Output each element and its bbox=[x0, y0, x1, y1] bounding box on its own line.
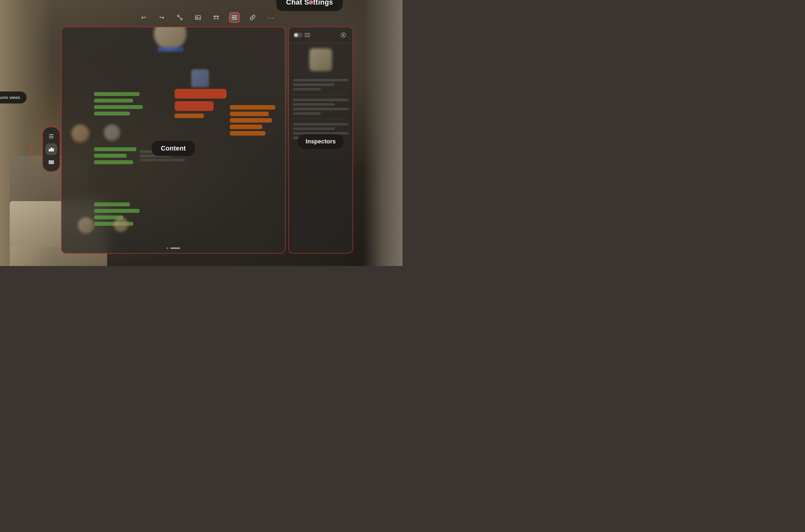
line-1 bbox=[305, 33, 310, 34]
svg-line-2 bbox=[179, 17, 181, 18]
app-container: ↩ ↪ bbox=[61, 10, 353, 254]
green-bar-9 bbox=[94, 209, 140, 213]
divider bbox=[293, 94, 349, 95]
svg-rect-16 bbox=[49, 136, 54, 137]
left-avatar-2 bbox=[104, 125, 120, 141]
page-indicator bbox=[166, 247, 180, 249]
svg-point-14 bbox=[233, 18, 234, 20]
page-dot-1 bbox=[166, 247, 168, 249]
svg-rect-22 bbox=[51, 160, 52, 164]
svg-point-12 bbox=[233, 15, 234, 17]
orange-block-1 bbox=[175, 89, 226, 99]
toolbar: ↩ ↪ bbox=[61, 10, 353, 25]
green-bars-group bbox=[94, 92, 143, 115]
inspector-bar-7 bbox=[293, 112, 321, 115]
svg-rect-18 bbox=[49, 149, 50, 151]
bottom-avatar-2 bbox=[114, 217, 128, 232]
redo-button[interactable]: ↪ bbox=[157, 12, 167, 23]
line-2 bbox=[305, 35, 310, 35]
svg-point-13 bbox=[235, 17, 236, 18]
main-area: ↘ Display in List, Chart and Column view… bbox=[61, 26, 353, 254]
left-avatar bbox=[71, 125, 89, 142]
inspector-toggle[interactable] bbox=[293, 33, 310, 38]
inspector-bar-3 bbox=[293, 88, 321, 91]
svg-point-1 bbox=[181, 18, 182, 20]
green-bar-7 bbox=[94, 160, 133, 164]
orange-blocks-right bbox=[230, 105, 275, 137]
view-switcher: ↘ bbox=[42, 127, 60, 172]
bottom-avatar-1 bbox=[78, 217, 94, 233]
orange-small-r1 bbox=[230, 105, 275, 110]
svg-point-25 bbox=[343, 34, 344, 36]
inspector-bar-2 bbox=[293, 83, 335, 86]
toggle-switch[interactable] bbox=[293, 33, 303, 38]
content-inner: Content bbox=[62, 27, 285, 253]
orange-small-r3 bbox=[230, 118, 272, 122]
inspector-panel: Inspectors bbox=[288, 26, 353, 254]
column-view-button[interactable] bbox=[45, 156, 57, 168]
orange-blocks-top bbox=[175, 89, 226, 120]
display-views-label: Display in List, Chart and Column views bbox=[0, 95, 20, 100]
orange-small-1 bbox=[175, 114, 204, 118]
toggle-thumb bbox=[294, 33, 298, 37]
undo-button[interactable]: ↩ bbox=[138, 12, 149, 23]
table-button[interactable] bbox=[211, 12, 221, 23]
inspector-avatar bbox=[309, 48, 332, 71]
svg-rect-21 bbox=[49, 160, 50, 164]
list-view-button[interactable] bbox=[45, 130, 57, 142]
inspector-settings-button[interactable] bbox=[339, 31, 348, 40]
line-3 bbox=[305, 36, 310, 37]
orange-small-r5 bbox=[230, 131, 266, 136]
inspector-bar-9 bbox=[293, 128, 335, 130]
inspector-bar-8 bbox=[293, 123, 349, 126]
bottom-avatars-group bbox=[78, 217, 128, 233]
svg-point-0 bbox=[178, 15, 179, 17]
svg-rect-5 bbox=[214, 16, 216, 17]
svg-rect-23 bbox=[52, 160, 54, 164]
orange-small-r4 bbox=[230, 125, 262, 129]
green-bar-4 bbox=[94, 112, 130, 115]
inspectors-tooltip: Inspectors bbox=[298, 134, 344, 149]
inspector-bar-4 bbox=[293, 99, 349, 101]
svg-rect-17 bbox=[49, 137, 54, 138]
svg-rect-15 bbox=[49, 134, 54, 135]
inspector-items bbox=[289, 76, 352, 142]
page-line bbox=[170, 248, 180, 249]
orange-block-2 bbox=[175, 101, 214, 111]
inspector-bar-5 bbox=[293, 103, 335, 106]
inspector-header bbox=[289, 27, 352, 43]
green-bar-8 bbox=[94, 203, 130, 206]
svg-rect-3 bbox=[196, 16, 201, 19]
green-bar-6 bbox=[94, 154, 127, 158]
connect-button[interactable] bbox=[175, 12, 185, 23]
svg-rect-19 bbox=[51, 148, 52, 151]
svg-rect-7 bbox=[214, 18, 216, 19]
content-panel: Content bbox=[61, 26, 286, 254]
link-button[interactable] bbox=[248, 12, 258, 23]
green-bar-5 bbox=[94, 147, 136, 151]
avatar-node bbox=[191, 70, 209, 87]
svg-rect-6 bbox=[217, 16, 219, 17]
svg-rect-8 bbox=[217, 18, 219, 19]
inspector-bar-1 bbox=[293, 79, 349, 81]
inspectors-label: Inspectors bbox=[306, 138, 336, 145]
green-bar-2 bbox=[94, 99, 133, 102]
green-bar-3 bbox=[94, 105, 143, 109]
inspector-bar-6 bbox=[293, 108, 349, 110]
divider-2 bbox=[293, 119, 349, 119]
content-tooltip: Content bbox=[152, 141, 195, 156]
green-bars-lower bbox=[94, 147, 136, 164]
gray-row-3 bbox=[140, 159, 185, 161]
display-views-tooltip: Display in List, Chart and Column views bbox=[0, 92, 26, 103]
chart-view-button[interactable] bbox=[45, 144, 57, 155]
content-label: Content bbox=[161, 145, 186, 152]
orange-small-r2 bbox=[230, 112, 269, 116]
svg-rect-20 bbox=[52, 148, 54, 151]
lines-icon bbox=[305, 33, 310, 37]
green-bar-1 bbox=[94, 92, 140, 96]
chat-settings-button[interactable]: ↙ Chat Settings bbox=[229, 12, 240, 23]
name-badge bbox=[158, 47, 184, 52]
bg-wall-right bbox=[364, 0, 403, 266]
image-button[interactable] bbox=[193, 12, 203, 23]
more-button[interactable]: ··· bbox=[266, 12, 276, 23]
